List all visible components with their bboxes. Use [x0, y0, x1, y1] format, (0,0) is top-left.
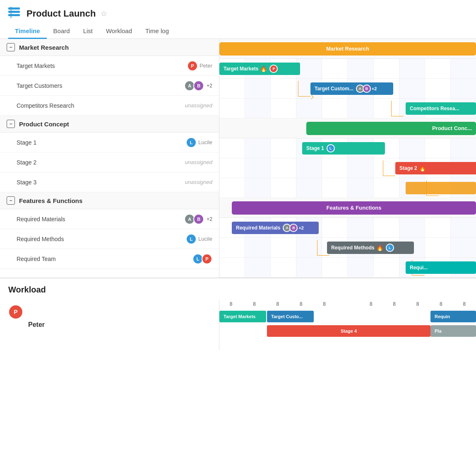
avatar: B: [363, 85, 371, 93]
avatar: P: [202, 254, 212, 264]
group-market-research: − Market Research: [0, 39, 219, 56]
group-label-market-research: Market Research: [19, 44, 69, 51]
workload-chart-bars: Target Markets Target Custo... Requin St…: [219, 309, 476, 350]
task-row: Stage 1 L Lucile: [0, 133, 219, 152]
gantt-bar-target-markets[interactable]: Target Markets 🔥 P: [219, 63, 300, 75]
task-assignee: A B +2: [184, 80, 212, 91]
avatar: B: [193, 214, 204, 225]
tab-workload[interactable]: Workload: [99, 24, 139, 39]
task-name: Stage 3: [17, 179, 185, 186]
task-name: Stage 1: [17, 139, 186, 146]
task-assignee: L Lucile: [186, 234, 212, 244]
workload-person-name: Peter: [28, 321, 45, 329]
workload-title: Workload: [0, 285, 476, 300]
task-row: Required Team L P: [0, 249, 219, 269]
gantt-row-target-customers: Target Custom... A B +2: [219, 79, 476, 99]
task-row: Stage 2 unassigned: [0, 152, 219, 172]
task-row: Target Customers A B +2: [0, 76, 219, 96]
task-assignee: A B +2: [184, 214, 212, 225]
avatar: L: [327, 144, 335, 152]
avatar-workload-peter: P: [8, 304, 23, 319]
gantt-bar-market-research[interactable]: Market Research: [219, 42, 476, 56]
fire-icon: 🔥: [260, 65, 267, 72]
task-list-panel: − Market Research Target Markets P Peter…: [0, 39, 219, 278]
app-header: Product Launch ☆: [0, 0, 476, 21]
gantt-bar-competitors-research[interactable]: Competitors Resea...: [406, 102, 476, 115]
gantt-bar-required-methods[interactable]: Required Methods 🔥 L: [327, 242, 414, 254]
gantt-group-bar-market-research: Market Research: [219, 39, 476, 59]
tab-timelog[interactable]: Time log: [139, 24, 175, 39]
task-assignee: unassigned: [185, 159, 213, 165]
workload-bar-stage4: Stage 4: [267, 325, 430, 337]
star-icon[interactable]: ☆: [101, 9, 107, 18]
tab-board[interactable]: Board: [47, 24, 77, 39]
gantt-row-required-team: Requi...: [219, 258, 476, 278]
task-assignee: unassigned: [185, 102, 213, 109]
gantt-bar-target-customers[interactable]: Target Custom... A B +2: [310, 82, 393, 95]
task-name: Required Materials: [17, 216, 184, 222]
task-name: Required Team: [17, 256, 192, 262]
gantt-bar-product-concept[interactable]: Product Conc...: [306, 122, 476, 135]
task-name: Target Customers: [17, 82, 184, 89]
task-row: Stage 3 unassigned: [0, 172, 219, 192]
task-assignee: L Lucile: [186, 137, 212, 148]
workload-bar-requin: Requin: [430, 311, 476, 322]
avatar: P: [187, 60, 198, 71]
task-name: Stage 2: [17, 159, 185, 166]
task-assignee: unassigned: [185, 179, 213, 185]
gantt-bar-stage3[interactable]: [406, 182, 476, 194]
task-assignee: P Peter: [187, 60, 212, 71]
gantt-row-target-markets: Target Markets 🔥 P: [219, 59, 476, 79]
gantt-row-required-materials: Required Materials A B +2: [219, 218, 476, 238]
gantt-bar-stage1[interactable]: Stage 1 L: [302, 142, 385, 155]
gantt-panel: Market Research Target Markets 🔥 P: [219, 39, 476, 278]
gantt-row-stage3: [219, 178, 476, 198]
task-row: Required Methods L Lucile: [0, 229, 219, 249]
workload-bar-target-customers: Target Custo...: [267, 311, 314, 322]
fire-icon: 🔥: [376, 244, 383, 251]
nav-tabs: Timeline Board List Workload Time log: [0, 21, 476, 39]
workload-numbers-row: 8 8 8 8 8 8 8 8 8 8: [219, 300, 476, 309]
gantt-group-bar-product-concept: Product Conc...: [219, 118, 476, 138]
workload-content: P Peter 8 8 8 8 8 8 8 8 8 8: [0, 300, 476, 350]
group-label-product-concept: Product Concept: [19, 121, 69, 128]
collapse-features-functions[interactable]: −: [7, 196, 15, 205]
task-row: Target Markets P Peter: [0, 56, 219, 76]
gantt-row-competitors-research: Competitors Resea...: [219, 99, 476, 118]
avatar: B: [193, 80, 204, 91]
workload-bar-pla: Pla: [430, 325, 476, 337]
gantt-bar-features-functions[interactable]: Features & Functions: [232, 201, 476, 215]
fire-icon: 🔥: [419, 165, 426, 172]
gantt-bar-required-team[interactable]: Requi...: [406, 261, 476, 274]
workload-bar-target-markets: Target Markets: [219, 311, 266, 322]
workload-person-panel: P Peter: [0, 300, 219, 350]
collapse-product-concept[interactable]: −: [7, 120, 15, 128]
gantt-bar-required-materials[interactable]: Required Materials A B +2: [232, 222, 319, 234]
tab-timeline[interactable]: Timeline: [8, 24, 47, 39]
collapse-market-research[interactable]: −: [7, 43, 15, 51]
avatar: B: [289, 224, 298, 232]
gantt-group-bar-features-functions: Features & Functions: [219, 198, 476, 218]
avatar: L: [386, 244, 394, 252]
gantt-bar-stage2[interactable]: Stage 2 🔥: [395, 162, 476, 174]
svg-rect-3: [10, 7, 12, 18]
avatar: L: [186, 234, 197, 244]
timeline-main: − Market Research Target Markets P Peter…: [0, 39, 476, 278]
app-icon: [8, 7, 22, 21]
gantt-row-stage1: Stage 1 L: [219, 138, 476, 158]
task-row: Competitors Research unassigned: [0, 96, 219, 116]
task-name: Required Methods: [17, 236, 186, 242]
workload-section: Workload P Peter 8 8 8 8 8 8 8 8 8 8: [0, 278, 476, 350]
gantt-row-stage2: Stage 2 🔥: [219, 158, 476, 178]
group-features-functions: − Features & Functions: [0, 192, 219, 209]
task-name: Target Markets: [17, 63, 187, 69]
workload-chart: 8 8 8 8 8 8 8 8 8 8 Target Markets: [219, 300, 476, 350]
avatar: L: [186, 137, 197, 148]
group-product-concept: − Product Concept: [0, 116, 219, 133]
task-name: Competitors Research: [17, 102, 185, 109]
tab-list[interactable]: List: [77, 24, 99, 39]
page-title: Product Launch: [26, 8, 96, 19]
task-row: Required Materials A B +2: [0, 209, 219, 229]
avatar: P: [269, 65, 278, 73]
task-assignee: L P: [192, 254, 212, 264]
